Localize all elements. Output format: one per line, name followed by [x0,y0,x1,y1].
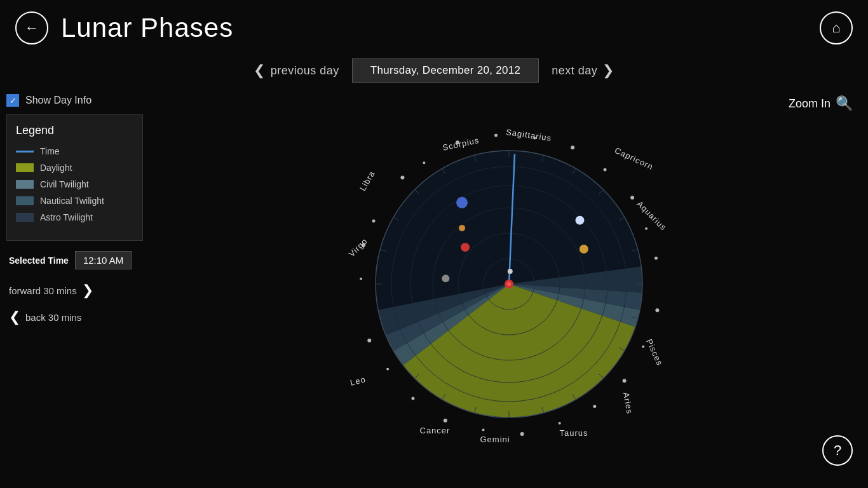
legend-item-daylight: Daylight [16,163,133,173]
app-title: Lunar Phases [61,13,233,43]
forward-30-mins-button[interactable]: forward 30 mins ❯ [9,277,140,304]
circular-chart: Scorpius Sagittarius Capricorn Aquarius … [344,119,674,449]
legend-item-civil: Civil Twilight [16,179,133,189]
pisces-label: Pisces [644,337,665,367]
next-day-button[interactable]: next day ❯ [552,62,614,79]
selected-time-label: Selected Time [9,255,69,266]
main-content: ✓ Show Day Info Legend Time Daylight Civ… [0,89,868,478]
zoom-icon: 🔍 [836,95,853,112]
back-button[interactable]: ← [15,11,48,44]
next-arrow-icon: ❯ [602,62,614,79]
legend-title: Legend [16,124,133,137]
legend-box: Legend Time Daylight Civil Twilight Naut… [6,114,143,241]
daylight-color-icon [16,163,34,172]
back-icon: ← [25,20,39,36]
prev-day-label: previous day [271,64,339,78]
selected-time-value: 12:10 AM [75,251,132,269]
aries-label: Aries [621,391,635,415]
legend-item-time: Time [16,146,133,156]
aquarius-label: Aquarius [635,199,669,233]
back-arrow-icon: ❮ [9,309,20,325]
selected-time-row: Selected Time 12:10 AM [6,251,143,269]
civil-color-icon [16,180,34,189]
back-label: back 30 mins [25,312,81,323]
current-date-display: Thursday, December 20, 2012 [352,58,539,83]
show-day-info-label: Show Day Info [25,95,92,106]
legend-civil-label: Civil Twilight [40,179,89,189]
prev-day-button[interactable]: ❮ previous day [254,62,339,79]
home-button[interactable]: ⌂ [820,11,853,44]
time-line-icon [16,151,34,152]
legend-astro-label: Astro Twilight [40,212,93,222]
forward-label: forward 30 mins [9,285,77,296]
virgo-label: Virgo [346,236,369,258]
legend-daylight-label: Daylight [40,163,72,173]
sagittarius-label: Sagittarius [505,127,552,143]
taurus-label: Taurus [559,428,588,438]
zoom-in-button[interactable]: Zoom In 🔍 [789,95,853,112]
header: ← Lunar Phases ⌂ [0,0,868,56]
libra-label: Libra [357,169,376,193]
chart-area: Zoom In 🔍 Scorpius Sagittarius Capricorn… [149,89,868,478]
help-icon: ? [834,442,841,459]
legend-nautical-label: Nautical Twilight [40,196,104,206]
next-day-label: next day [552,64,597,78]
scorpius-label: Scorpius [442,135,480,152]
prev-arrow-icon: ❮ [254,62,266,79]
gemini-label: Gemini [480,435,510,444]
astro-color-icon [16,213,34,222]
forward-arrow-icon: ❯ [82,282,93,299]
zoom-in-label: Zoom In [789,97,831,111]
back-30-mins-button[interactable]: ❮ back 30 mins [9,304,140,330]
show-day-info-checkbox[interactable]: ✓ [6,94,19,107]
help-button[interactable]: ? [822,435,853,466]
legend-item-nautical: Nautical Twilight [16,196,133,206]
show-day-info-toggle[interactable]: ✓ Show Day Info [6,94,143,107]
sidebar: ✓ Show Day Info Legend Time Daylight Civ… [0,89,149,478]
leo-label: Leo [349,374,367,388]
capricorn-label: Capricorn [613,145,655,171]
cancer-label: Cancer [420,426,451,435]
legend-time-label: Time [40,146,60,156]
nav-bar: ❮ previous day Thursday, December 20, 20… [0,58,868,83]
nautical-color-icon [16,196,34,205]
legend-item-astro: Astro Twilight [16,212,133,222]
time-controls: forward 30 mins ❯ ❮ back 30 mins [6,277,143,330]
constellation-labels: Scorpius Sagittarius Capricorn Aquarius … [344,119,674,449]
home-icon: ⌂ [832,20,840,36]
